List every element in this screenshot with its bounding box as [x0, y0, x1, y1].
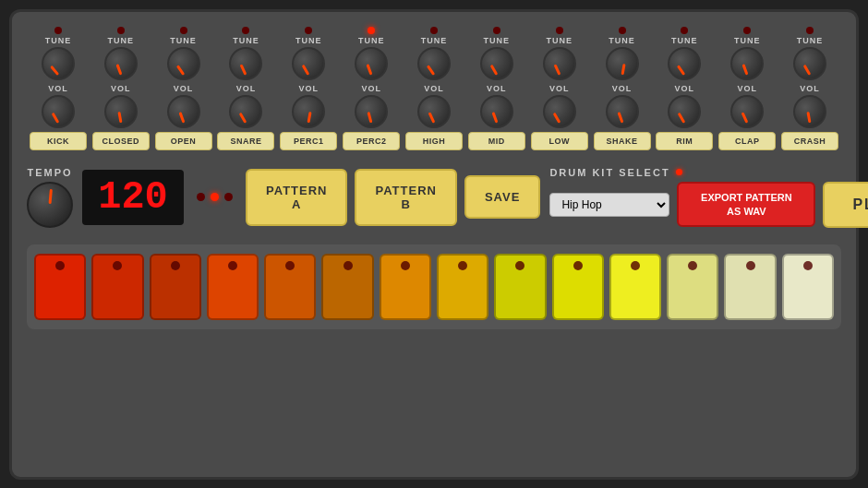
- export-button[interactable]: EXPORT PATTERN AS WAV: [677, 182, 815, 227]
- tune-label-8: TUNE: [546, 36, 573, 45]
- tune-knob-5[interactable]: [355, 47, 388, 80]
- tune-knob-6[interactable]: [417, 47, 451, 80]
- tune-knob-0[interactable]: [42, 47, 75, 80]
- vol-knob-5[interactable]: [355, 95, 388, 128]
- tune-label-9: TUNE: [609, 36, 635, 45]
- tune-knob-1[interactable]: [104, 47, 138, 80]
- instrument-btn-rim[interactable]: RIM: [656, 132, 713, 150]
- pad-5[interactable]: [321, 254, 373, 320]
- channel-tune-9: TUNE: [594, 27, 651, 80]
- play-button[interactable]: PLAY: [823, 182, 868, 228]
- pad-0[interactable]: [34, 254, 86, 320]
- instrument-btn-crash[interactable]: CRASH: [781, 132, 838, 150]
- pad-2[interactable]: [150, 254, 201, 320]
- tempo-led-1: [197, 193, 205, 201]
- tune-knob-11[interactable]: [730, 47, 764, 80]
- vol-knob-7[interactable]: [480, 95, 513, 128]
- tempo-knob[interactable]: [27, 182, 73, 228]
- channel-tune-2: TUNE: [155, 27, 212, 80]
- pad-10[interactable]: [609, 254, 661, 320]
- pad-7[interactable]: [437, 254, 488, 320]
- pattern-b-button[interactable]: PATTERN B: [355, 169, 456, 226]
- middle-section: TEMPO 120 PATTERN A PATTERN B SAVE DRUM …: [27, 160, 841, 235]
- save-button[interactable]: SAVE: [464, 175, 540, 219]
- vol-knob-8[interactable]: [543, 95, 576, 128]
- pad-1[interactable]: [91, 254, 143, 320]
- pad-6[interactable]: [380, 254, 431, 320]
- pad-3[interactable]: [207, 254, 259, 320]
- vol-label-8: VOL: [549, 84, 570, 93]
- vol-knob-3[interactable]: [229, 95, 262, 128]
- channel-tune-12: TUNE: [781, 27, 838, 80]
- pad-11[interactable]: [667, 254, 718, 320]
- pad-9[interactable]: [552, 254, 604, 320]
- instrument-btn-kick[interactable]: KICK: [30, 132, 87, 150]
- channel-tune-4: TUNE: [280, 27, 337, 80]
- kit-select[interactable]: Hip HopRockElectronicJazzLatin: [549, 193, 669, 217]
- pad-dot-9: [573, 261, 583, 270]
- instrument-btn-clap[interactable]: CLAP: [718, 132, 776, 150]
- tune-knob-7[interactable]: [480, 47, 513, 80]
- instrument-row: KICKCLOSEDOPENSNAREPERC1PERC2HIGHMIDLOWS…: [27, 132, 841, 150]
- vol-knob-10[interactable]: [668, 95, 701, 128]
- vol-knob-6[interactable]: [417, 95, 451, 128]
- vol-knob-0[interactable]: [42, 95, 75, 128]
- channel-tune-11: TUNE: [718, 27, 776, 80]
- kit-led: [676, 169, 682, 175]
- instrument-btn-perc1[interactable]: PERC1: [280, 132, 337, 150]
- tune-label-3: TUNE: [233, 36, 259, 45]
- vol-knob-9[interactable]: [606, 95, 639, 128]
- channel-tune-3: TUNE: [217, 27, 274, 80]
- channel-tune-0: TUNE: [30, 27, 87, 80]
- channel-tune-7: TUNE: [468, 27, 525, 80]
- drum-machine: TUNE TUNE TUNE TUNE TUNE TUNE: [9, 9, 859, 480]
- tempo-label: TEMPO: [27, 167, 72, 178]
- instrument-btn-perc2[interactable]: PERC2: [343, 132, 400, 150]
- channel-vol-1: VOL: [92, 84, 150, 128]
- vol-label-9: VOL: [612, 84, 633, 93]
- kit-controls-row: Hip HopRockElectronicJazzLatin EXPORT PA…: [549, 182, 868, 228]
- instrument-btn-open[interactable]: OPEN: [155, 132, 212, 150]
- vol-knob-4[interactable]: [292, 95, 325, 128]
- pad-4[interactable]: [264, 254, 316, 320]
- vol-knob-11[interactable]: [730, 95, 764, 128]
- tune-knob-3[interactable]: [229, 47, 262, 80]
- tune-knob-8[interactable]: [543, 47, 576, 80]
- instrument-btn-snare[interactable]: SNARE: [217, 132, 274, 150]
- tune-knob-2[interactable]: [167, 47, 200, 80]
- instrument-btn-low[interactable]: LOW: [531, 132, 588, 150]
- pad-8[interactable]: [494, 254, 546, 320]
- pads-section: [27, 244, 841, 329]
- tune-knob-9[interactable]: [606, 47, 639, 80]
- pad-dot-11: [688, 261, 697, 270]
- bpm-display: 120: [82, 170, 184, 225]
- tune-led-2: [180, 27, 187, 34]
- tune-knob-12[interactable]: [793, 47, 826, 80]
- pad-12[interactable]: [724, 254, 776, 320]
- pad-13[interactable]: [782, 254, 834, 320]
- tune-led-8: [556, 27, 563, 34]
- pad-dot-12: [746, 261, 755, 270]
- vol-knob-1[interactable]: [104, 95, 138, 128]
- instrument-btn-high[interactable]: HIGH: [405, 132, 463, 150]
- vol-knob-2[interactable]: [167, 95, 200, 128]
- top-section: TUNE TUNE TUNE TUNE TUNE TUNE: [27, 27, 841, 150]
- pad-dot-6: [401, 261, 410, 270]
- instrument-btn-closed[interactable]: CLOSED: [92, 132, 150, 150]
- tune-label-12: TUNE: [797, 36, 824, 45]
- channel-tune-8: TUNE: [531, 27, 588, 80]
- tune-knob-4[interactable]: [292, 47, 325, 80]
- instrument-btn-shake[interactable]: SHAKE: [594, 132, 651, 150]
- tune-label-2: TUNE: [170, 36, 197, 45]
- pattern-a-button[interactable]: PATTERN A: [246, 169, 347, 226]
- tune-label-1: TUNE: [108, 36, 135, 45]
- instrument-btn-mid[interactable]: MID: [468, 132, 525, 150]
- vol-label-11: VOL: [737, 84, 757, 93]
- tune-knob-10[interactable]: [668, 47, 701, 80]
- tune-led-7: [493, 27, 500, 34]
- vol-label-10: VOL: [675, 84, 695, 93]
- channel-tune-10: TUNE: [656, 27, 713, 80]
- vol-knob-12[interactable]: [793, 95, 826, 128]
- channel-vol-2: VOL: [155, 84, 212, 128]
- tune-led-3: [242, 27, 249, 34]
